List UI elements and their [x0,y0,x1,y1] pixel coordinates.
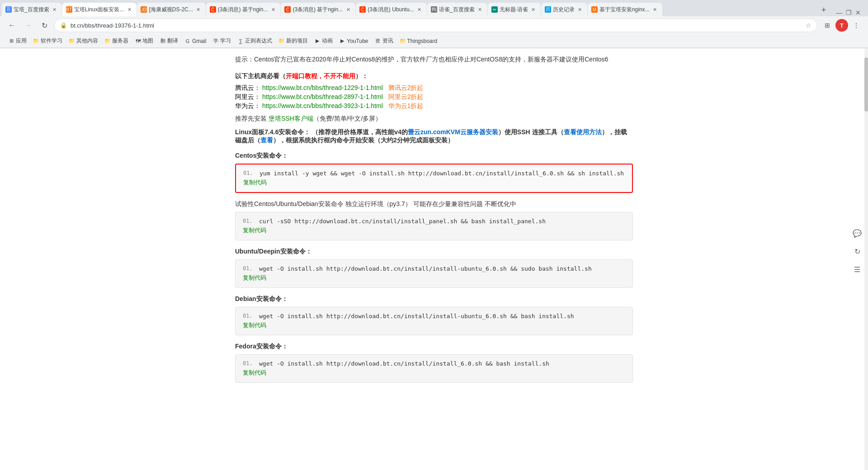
close-button[interactable]: ✕ [855,9,861,16]
new-tab-button[interactable]: + [817,4,830,16]
browser-tab-tab4[interactable]: C (3条消息) 基于ngin... ✕ [206,3,281,16]
tab-title: (3条消息) 基于ngin... [218,6,268,14]
tab-close-button[interactable]: ✕ [416,6,423,13]
bookmark-label: 软件学习 [41,37,62,45]
view-disk-link[interactable]: 查看 [260,136,273,144]
intro-text: 提示：Centos官方已宣布在2020年停止对Centos8的维护，官方软件厂方… [235,54,633,65]
bookmark-bm1[interactable]: ⊞ 应用 [5,36,29,46]
bookmark-label: 资讯 [382,37,393,45]
kvm-server-link[interactable]: 畳云zun.comKVM云服务器安装 [408,128,498,136]
ubuntu-line-num: 01. [243,265,254,272]
back-button[interactable]: ← [5,19,18,32]
tab-close-button[interactable]: ✕ [195,6,202,13]
tab-close-button[interactable]: ✕ [576,6,584,13]
host-label: 腾讯云： [235,84,260,91]
bookmark-bm3[interactable]: 📁 其他内容 [66,36,101,46]
host-section-title: 以下主机商必看（开端口教程，不开不能用）： [235,72,633,80]
bookmark-bm10[interactable]: 📁 新的项目 [276,36,311,46]
maximize-button[interactable]: ❐ [846,9,852,16]
bookmark-favicon: 翻 [160,38,166,44]
tab-title: 历史记录 [553,6,575,14]
list-icon[interactable]: ☰ [850,262,864,277]
bookmark-star-icon[interactable]: ☆ [806,22,811,29]
bookmark-bm6[interactable]: 翻 翻译 [157,36,181,46]
ssh-client-link[interactable]: 堡塔SSH客户端 [269,115,313,122]
browser-tab-tab3[interactable]: JD [海康威视DS-2C... ✕ [137,3,205,16]
debian-label: Debian安装命令： [235,295,633,303]
browser-tab-tab1[interactable]: 百 宝塔_百度搜索 ✕ [2,3,62,16]
host-label: 华为云： [235,102,260,109]
debian-copy-link[interactable]: 复制代码 [243,321,625,329]
tab-close-button[interactable]: ✕ [344,6,352,13]
bookmark-bm11[interactable]: ▶ 动画 [311,36,335,46]
reload-button[interactable]: ↻ [38,19,51,32]
tab-close-button[interactable]: ✕ [651,6,659,13]
scrollbar-track[interactable] [864,48,868,470]
tab-title: 宝塔_百度搜索 [14,6,49,14]
fedora-code-block: 01. wget -O install.sh http://download.b… [235,354,633,383]
experimental-copy-link[interactable]: 复制代码 [243,226,625,235]
bookmark-bm12[interactable]: ▶ YouTube [336,37,371,45]
refresh-sidebar-icon[interactable]: ↻ [850,244,864,258]
bookmark-bm2[interactable]: 📁 软件学习 [30,36,65,46]
bookmark-favicon: 资 [375,38,381,44]
tab-favicon: 狗 [431,6,437,13]
host-url-link[interactable]: https://www.bt.cn/bbs/thread-3923-1-1.ht… [262,102,383,109]
browser-tab-tab5[interactable]: C (3条消息) 基于ngin... ✕ [281,3,355,16]
usage-method-link[interactable]: 查看使用方法 [564,128,602,136]
browser-tab-tab2[interactable]: BT 宝塔Linux面板安装... ✕ [62,3,137,16]
browser-tab-tab6[interactable]: C (3条消息) Ubuntu... ✕ [356,3,427,16]
bookmark-bm14[interactable]: 📁 Thingsboard [397,37,440,45]
tab-title: 基于宝塔安装nginx... [599,6,650,14]
browser-tab-tab10[interactable]: M 基于宝塔安装nginx... ✕ [588,3,662,16]
tab-close-button[interactable]: ✕ [126,6,133,13]
host-items: 腾讯云： https://www.bt.cn/bbs/thread-1229-1… [235,84,633,110]
bookmark-label: YouTube [347,38,368,44]
tab-close-button[interactable]: ✕ [51,6,58,13]
bookmark-bm7[interactable]: G Gmail [182,37,209,45]
menu-button[interactable]: ⋮ [850,19,863,32]
forward-button[interactable]: → [22,19,34,32]
fedora-code: wget -O install.sh http://download.bt.cn… [259,360,625,367]
host-discount: 阿里云2折起 [388,93,424,100]
bookmark-bm9[interactable]: ∑ 正则表达式 [235,36,275,46]
host-url-link[interactable]: https://www.bt.cn/bbs/thread-1229-1-1.ht… [262,84,383,91]
fedora-copy-link[interactable]: 复制代码 [243,369,625,377]
url-text: bt.cn/bbs/thread-19376-1-1.html [71,22,802,29]
window-controls: — ❐ ✕ [830,9,866,16]
tab-title: (3条消息) 基于ngin... [292,6,343,14]
ubuntu-copy-link[interactable]: 复制代码 [243,274,625,282]
tab-title: [海康威视DS-2C... [149,6,193,14]
tab-close-button[interactable]: ✕ [530,6,537,13]
browser-tab-tab7[interactable]: 狗 语雀_百度搜索 ✕ [427,3,487,16]
extensions-button[interactable]: ⊞ [821,19,834,32]
centos-copy-link[interactable]: 复制代码 [243,179,625,187]
tab-close-button[interactable]: ✕ [269,6,277,13]
bookmark-bm5[interactable]: 🗺 地图 [132,36,156,46]
scrollbar-thumb[interactable] [864,57,868,112]
bookmark-bm13[interactable]: 资 资讯 [372,36,396,46]
bookmark-bm8[interactable]: 学 学习 [210,36,234,46]
address-bar-row: ← → ↻ 🔒 bt.cn/bbs/thread-19376-1-1.html … [0,16,868,34]
bookmark-favicon: 📁 [278,38,285,44]
debian-section: Debian安装命令： 01. wget -O install.sh http:… [235,295,633,335]
bookmark-label: 其他内容 [76,37,98,45]
debian-code: wget -O install.sh http://download.bt.cn… [259,313,625,320]
host-must-read-section: 以下主机商必看（开端口教程，不开不能用）： 腾讯云： https://www.b… [235,72,633,110]
debian-line-num: 01. [243,313,254,320]
bookmark-favicon: ▶ [314,38,321,44]
browser-tab-tab8[interactable]: ✏ 无标题·语雀 ✕ [488,3,541,16]
minimize-button[interactable]: — [836,9,842,16]
bookmark-bm4[interactable]: 📁 服务器 [102,36,131,46]
bookmark-favicon: 📁 [33,38,39,44]
centos-section: Centos安装命令： 01. yum install -y wget && w… [235,152,633,193]
address-bar[interactable]: 🔒 bt.cn/bbs/thread-19376-1-1.html ☆ [54,19,817,32]
host-url-link[interactable]: https://www.bt.cn/bbs/thread-2897-1-1.ht… [262,93,383,100]
host-item-0: 腾讯云： https://www.bt.cn/bbs/thread-1229-1… [235,84,633,92]
profile-avatar[interactable]: T [835,19,848,32]
bookmark-label: 正则表达式 [245,37,272,45]
recommend-ssh: 推荐先安装 堡塔SSH客户端（免费/简单/中文/多屏） [235,115,633,123]
tab-close-button[interactable]: ✕ [476,6,484,13]
comment-icon[interactable]: 💬 [850,226,864,240]
browser-tab-tab9[interactable]: 历 历史记录 ✕ [541,3,587,16]
